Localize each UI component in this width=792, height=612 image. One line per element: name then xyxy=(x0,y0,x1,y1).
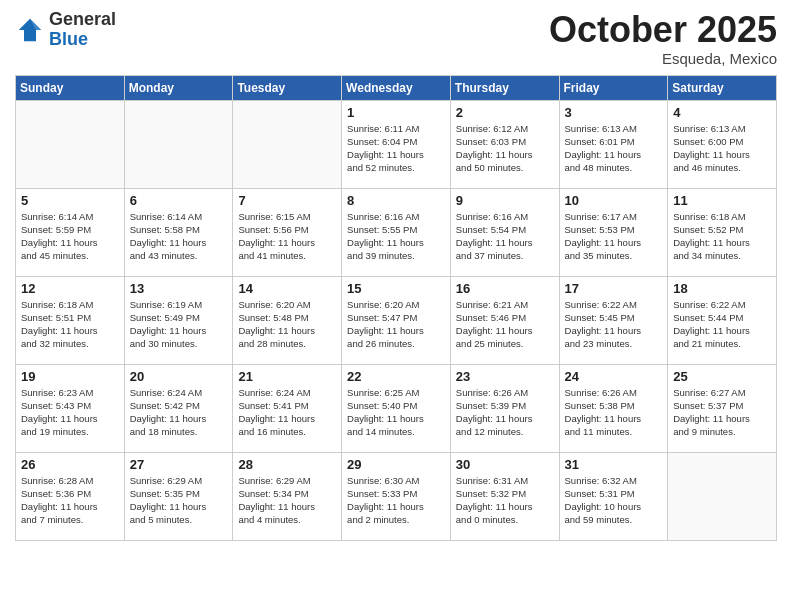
day-info: Sunrise: 6:31 AM Sunset: 5:32 PM Dayligh… xyxy=(456,474,554,527)
day-number: 18 xyxy=(673,281,771,296)
calendar-cell: 28Sunrise: 6:29 AM Sunset: 5:34 PM Dayli… xyxy=(233,452,342,540)
day-info: Sunrise: 6:11 AM Sunset: 6:04 PM Dayligh… xyxy=(347,122,445,175)
calendar-cell: 29Sunrise: 6:30 AM Sunset: 5:33 PM Dayli… xyxy=(342,452,451,540)
calendar-cell: 1Sunrise: 6:11 AM Sunset: 6:04 PM Daylig… xyxy=(342,100,451,188)
day-number: 7 xyxy=(238,193,336,208)
week-row-0: 1Sunrise: 6:11 AM Sunset: 6:04 PM Daylig… xyxy=(16,100,777,188)
day-number: 4 xyxy=(673,105,771,120)
calendar-cell: 21Sunrise: 6:24 AM Sunset: 5:41 PM Dayli… xyxy=(233,364,342,452)
day-info: Sunrise: 6:32 AM Sunset: 5:31 PM Dayligh… xyxy=(565,474,663,527)
day-number: 13 xyxy=(130,281,228,296)
calendar-cell: 11Sunrise: 6:18 AM Sunset: 5:52 PM Dayli… xyxy=(668,188,777,276)
calendar-cell: 31Sunrise: 6:32 AM Sunset: 5:31 PM Dayli… xyxy=(559,452,668,540)
day-number: 5 xyxy=(21,193,119,208)
calendar-cell: 20Sunrise: 6:24 AM Sunset: 5:42 PM Dayli… xyxy=(124,364,233,452)
day-number: 29 xyxy=(347,457,445,472)
week-row-3: 19Sunrise: 6:23 AM Sunset: 5:43 PM Dayli… xyxy=(16,364,777,452)
day-info: Sunrise: 6:19 AM Sunset: 5:49 PM Dayligh… xyxy=(130,298,228,351)
day-info: Sunrise: 6:24 AM Sunset: 5:42 PM Dayligh… xyxy=(130,386,228,439)
day-info: Sunrise: 6:23 AM Sunset: 5:43 PM Dayligh… xyxy=(21,386,119,439)
day-info: Sunrise: 6:22 AM Sunset: 5:45 PM Dayligh… xyxy=(565,298,663,351)
day-number: 1 xyxy=(347,105,445,120)
header-sunday: Sunday xyxy=(16,75,125,100)
header-thursday: Thursday xyxy=(450,75,559,100)
calendar-cell: 12Sunrise: 6:18 AM Sunset: 5:51 PM Dayli… xyxy=(16,276,125,364)
day-info: Sunrise: 6:26 AM Sunset: 5:39 PM Dayligh… xyxy=(456,386,554,439)
day-number: 15 xyxy=(347,281,445,296)
calendar-cell: 3Sunrise: 6:13 AM Sunset: 6:01 PM Daylig… xyxy=(559,100,668,188)
month-title: October 2025 xyxy=(549,10,777,50)
calendar-cell: 26Sunrise: 6:28 AM Sunset: 5:36 PM Dayli… xyxy=(16,452,125,540)
day-number: 14 xyxy=(238,281,336,296)
day-info: Sunrise: 6:20 AM Sunset: 5:47 PM Dayligh… xyxy=(347,298,445,351)
header-monday: Monday xyxy=(124,75,233,100)
day-number: 17 xyxy=(565,281,663,296)
day-number: 21 xyxy=(238,369,336,384)
calendar-cell: 30Sunrise: 6:31 AM Sunset: 5:32 PM Dayli… xyxy=(450,452,559,540)
day-info: Sunrise: 6:17 AM Sunset: 5:53 PM Dayligh… xyxy=(565,210,663,263)
day-number: 19 xyxy=(21,369,119,384)
header-wednesday: Wednesday xyxy=(342,75,451,100)
calendar-cell: 7Sunrise: 6:15 AM Sunset: 5:56 PM Daylig… xyxy=(233,188,342,276)
logo-blue: Blue xyxy=(49,30,116,50)
calendar-cell: 22Sunrise: 6:25 AM Sunset: 5:40 PM Dayli… xyxy=(342,364,451,452)
week-row-2: 12Sunrise: 6:18 AM Sunset: 5:51 PM Dayli… xyxy=(16,276,777,364)
title-block: October 2025 Esqueda, Mexico xyxy=(549,10,777,67)
day-info: Sunrise: 6:12 AM Sunset: 6:03 PM Dayligh… xyxy=(456,122,554,175)
day-info: Sunrise: 6:14 AM Sunset: 5:58 PM Dayligh… xyxy=(130,210,228,263)
day-info: Sunrise: 6:29 AM Sunset: 5:35 PM Dayligh… xyxy=(130,474,228,527)
header-saturday: Saturday xyxy=(668,75,777,100)
day-info: Sunrise: 6:25 AM Sunset: 5:40 PM Dayligh… xyxy=(347,386,445,439)
header-friday: Friday xyxy=(559,75,668,100)
week-row-1: 5Sunrise: 6:14 AM Sunset: 5:59 PM Daylig… xyxy=(16,188,777,276)
day-number: 10 xyxy=(565,193,663,208)
day-number: 28 xyxy=(238,457,336,472)
day-number: 3 xyxy=(565,105,663,120)
day-info: Sunrise: 6:13 AM Sunset: 6:01 PM Dayligh… xyxy=(565,122,663,175)
location: Esqueda, Mexico xyxy=(549,50,777,67)
day-number: 20 xyxy=(130,369,228,384)
day-info: Sunrise: 6:22 AM Sunset: 5:44 PM Dayligh… xyxy=(673,298,771,351)
logo: General Blue xyxy=(15,10,116,50)
calendar-cell: 16Sunrise: 6:21 AM Sunset: 5:46 PM Dayli… xyxy=(450,276,559,364)
day-info: Sunrise: 6:27 AM Sunset: 5:37 PM Dayligh… xyxy=(673,386,771,439)
day-info: Sunrise: 6:18 AM Sunset: 5:52 PM Dayligh… xyxy=(673,210,771,263)
day-info: Sunrise: 6:14 AM Sunset: 5:59 PM Dayligh… xyxy=(21,210,119,263)
week-row-4: 26Sunrise: 6:28 AM Sunset: 5:36 PM Dayli… xyxy=(16,452,777,540)
day-number: 30 xyxy=(456,457,554,472)
day-info: Sunrise: 6:20 AM Sunset: 5:48 PM Dayligh… xyxy=(238,298,336,351)
calendar-cell: 8Sunrise: 6:16 AM Sunset: 5:55 PM Daylig… xyxy=(342,188,451,276)
calendar-cell xyxy=(668,452,777,540)
header-tuesday: Tuesday xyxy=(233,75,342,100)
day-info: Sunrise: 6:18 AM Sunset: 5:51 PM Dayligh… xyxy=(21,298,119,351)
calendar-cell: 5Sunrise: 6:14 AM Sunset: 5:59 PM Daylig… xyxy=(16,188,125,276)
calendar-cell xyxy=(233,100,342,188)
logo-icon xyxy=(15,15,45,45)
calendar-cell: 6Sunrise: 6:14 AM Sunset: 5:58 PM Daylig… xyxy=(124,188,233,276)
calendar-cell xyxy=(16,100,125,188)
calendar-cell: 2Sunrise: 6:12 AM Sunset: 6:03 PM Daylig… xyxy=(450,100,559,188)
day-info: Sunrise: 6:30 AM Sunset: 5:33 PM Dayligh… xyxy=(347,474,445,527)
calendar-cell: 19Sunrise: 6:23 AM Sunset: 5:43 PM Dayli… xyxy=(16,364,125,452)
calendar-cell: 18Sunrise: 6:22 AM Sunset: 5:44 PM Dayli… xyxy=(668,276,777,364)
calendar-cell: 24Sunrise: 6:26 AM Sunset: 5:38 PM Dayli… xyxy=(559,364,668,452)
day-number: 25 xyxy=(673,369,771,384)
header-row: SundayMondayTuesdayWednesdayThursdayFrid… xyxy=(16,75,777,100)
calendar-cell: 13Sunrise: 6:19 AM Sunset: 5:49 PM Dayli… xyxy=(124,276,233,364)
day-info: Sunrise: 6:13 AM Sunset: 6:00 PM Dayligh… xyxy=(673,122,771,175)
logo-general: General xyxy=(49,10,116,30)
day-number: 9 xyxy=(456,193,554,208)
day-number: 27 xyxy=(130,457,228,472)
calendar-table: SundayMondayTuesdayWednesdayThursdayFrid… xyxy=(15,75,777,541)
calendar-cell: 14Sunrise: 6:20 AM Sunset: 5:48 PM Dayli… xyxy=(233,276,342,364)
day-number: 23 xyxy=(456,369,554,384)
day-info: Sunrise: 6:28 AM Sunset: 5:36 PM Dayligh… xyxy=(21,474,119,527)
calendar-cell: 15Sunrise: 6:20 AM Sunset: 5:47 PM Dayli… xyxy=(342,276,451,364)
calendar-cell: 9Sunrise: 6:16 AM Sunset: 5:54 PM Daylig… xyxy=(450,188,559,276)
day-info: Sunrise: 6:16 AM Sunset: 5:54 PM Dayligh… xyxy=(456,210,554,263)
logo-text: General Blue xyxy=(49,10,116,50)
day-number: 8 xyxy=(347,193,445,208)
calendar-cell: 4Sunrise: 6:13 AM Sunset: 6:00 PM Daylig… xyxy=(668,100,777,188)
day-info: Sunrise: 6:29 AM Sunset: 5:34 PM Dayligh… xyxy=(238,474,336,527)
day-info: Sunrise: 6:21 AM Sunset: 5:46 PM Dayligh… xyxy=(456,298,554,351)
